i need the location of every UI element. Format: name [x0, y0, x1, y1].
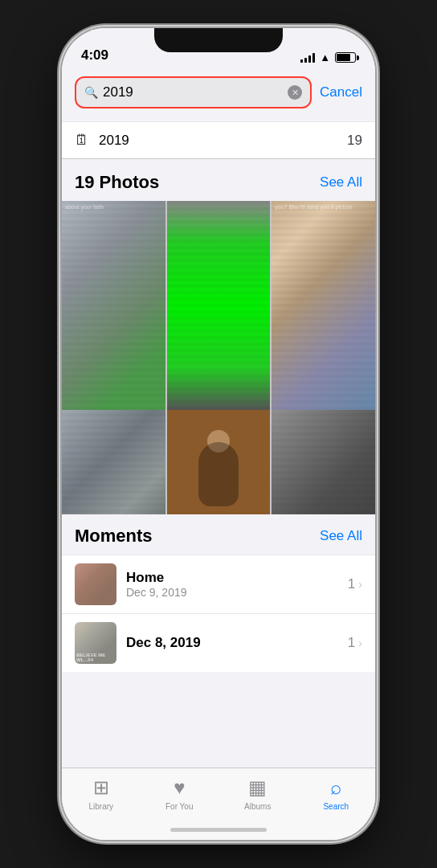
- photo-cell[interactable]: [167, 201, 271, 410]
- moments-section: Moments See All Home Dec 9, 2019 1 ›: [62, 514, 375, 672]
- tab-albums[interactable]: ▦ Albums: [230, 776, 286, 811]
- clear-search-button[interactable]: ✕: [288, 85, 302, 100]
- chevron-right-icon: ›: [358, 637, 362, 649]
- photos-section-title: 19 Photos: [75, 172, 159, 193]
- moments-section-header: Moments See All: [62, 514, 375, 555]
- moment-thumbnail: [75, 563, 116, 605]
- photo-overlay-text-2: you? Btw I'll send you a picture: [275, 204, 372, 211]
- search-input[interactable]: 2019: [103, 84, 288, 100]
- moment-count-area: 1 ›: [348, 576, 362, 592]
- photo-cell[interactable]: about your faith: [62, 201, 165, 410]
- phone-shell: 4:09 ▲ 🔍: [0, 0, 437, 868]
- moment-info: Dec 8, 2019: [126, 635, 338, 651]
- moment-title: Dec 8, 2019: [126, 635, 338, 651]
- search-results-area: 🗓 2019 19: [62, 121, 375, 159]
- photos-see-all-button[interactable]: See All: [320, 174, 362, 190]
- tab-search[interactable]: ⌕ Search: [308, 776, 364, 811]
- moment-row[interactable]: Home Dec 9, 2019 1 ›: [62, 555, 375, 613]
- photo-overlay-text: about your faith: [65, 204, 162, 211]
- status-icons: ▲: [300, 51, 356, 63]
- tab-library-label: Library: [88, 802, 113, 811]
- person-silhouette: [198, 442, 239, 506]
- search-tab-icon: ⌕: [330, 776, 341, 799]
- moment-date: Dec 9, 2019: [126, 586, 338, 599]
- moment-count: 1: [348, 576, 355, 592]
- search-area: 🔍 2019 ✕ Cancel: [62, 68, 375, 117]
- cancel-button[interactable]: Cancel: [320, 84, 362, 100]
- search-result-row[interactable]: 🗓 2019 19: [62, 121, 375, 158]
- status-time: 4:09: [81, 47, 108, 63]
- moment-title: Home: [126, 570, 338, 586]
- calendar-icon: 🗓: [75, 132, 89, 149]
- wifi-icon: ▲: [320, 51, 330, 63]
- result-count: 19: [347, 133, 362, 149]
- moment-row[interactable]: BELIEVE ME WL...04 Dec 8, 2019 1 ›: [62, 613, 375, 672]
- search-icon: 🔍: [84, 86, 98, 99]
- search-bar-wrapper: 🔍 2019 ✕: [75, 76, 312, 108]
- moment-info: Home Dec 9, 2019: [126, 570, 338, 599]
- tab-for-you-label: For You: [165, 802, 193, 811]
- moment-thumb-label: BELIEVE ME WL...04: [76, 653, 116, 662]
- search-bar-container: 🔍 2019 ✕ Cancel: [75, 76, 362, 108]
- signal-icon: [300, 53, 315, 63]
- home-indicator: [170, 828, 267, 832]
- phone-frame: 4:09 ▲ 🔍: [62, 28, 375, 840]
- tab-search-label: Search: [323, 802, 349, 811]
- battery-icon: [335, 52, 356, 63]
- photos-section: 19 Photos See All about your faith you? …: [62, 161, 375, 538]
- photos-section-header: 19 Photos See All: [62, 161, 375, 201]
- screen: 4:09 ▲ 🔍: [62, 28, 375, 840]
- tab-library[interactable]: ⊞ Library: [73, 776, 129, 811]
- moments-see-all-button[interactable]: See All: [320, 528, 362, 544]
- photo-cell[interactable]: you? Btw I'll send you a picture: [272, 201, 375, 410]
- photos-grid-top: about your faith you? Btw I'll send you …: [62, 201, 375, 410]
- moment-count: 1: [348, 635, 355, 651]
- library-tab-icon: ⊞: [93, 776, 109, 799]
- for-you-tab-icon: ♥: [174, 776, 185, 799]
- tab-albums-label: Albums: [244, 802, 271, 811]
- albums-tab-icon: ▦: [248, 776, 267, 799]
- chevron-right-icon: ›: [358, 578, 362, 591]
- result-label: 2019: [99, 133, 347, 149]
- moment-count-area: 1 ›: [348, 635, 362, 651]
- notch: [154, 28, 283, 52]
- moments-section-title: Moments: [75, 526, 153, 547]
- tab-for-you[interactable]: ♥ For You: [151, 776, 207, 811]
- moment-thumbnail: BELIEVE ME WL...04: [75, 622, 116, 664]
